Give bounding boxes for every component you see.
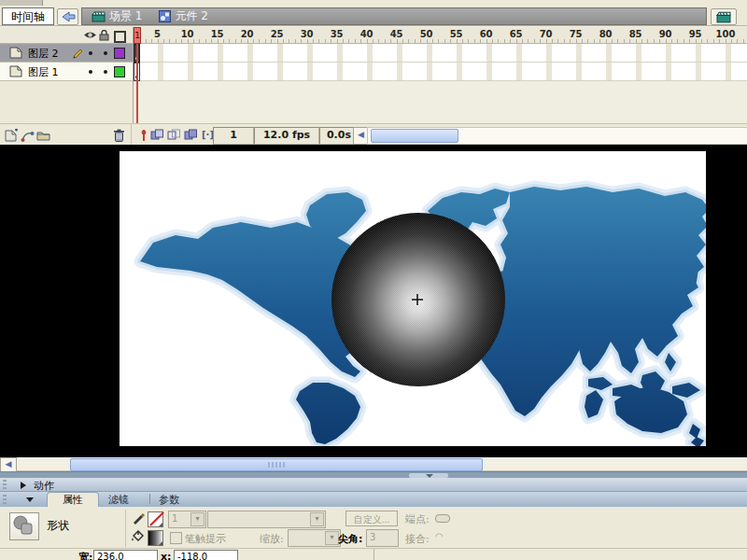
pasteboard[interactable] — [0, 145, 747, 457]
edit-multiple-frames-icon[interactable] — [183, 127, 199, 143]
scene-crumb[interactable]: 场景 1 — [92, 8, 142, 24]
shape-preview-icon — [9, 512, 39, 540]
ruler-number: 10 — [178, 29, 197, 39]
panel-splitter[interactable] — [0, 471, 747, 478]
x-input[interactable]: -118.0 — [174, 550, 238, 560]
layer-page-icon — [9, 47, 22, 62]
selected-gradient-sphere — [331, 213, 505, 386]
edit-bar: 场景 1 元件 2 — [81, 7, 707, 25]
top-strip — [0, 0, 747, 7]
layer-row-1[interactable]: 图层 1 — [0, 63, 134, 81]
onion-skin-outlines-icon[interactable] — [166, 127, 182, 143]
layer-name[interactable]: 图层 1 — [28, 65, 59, 79]
tab-separator — [149, 494, 150, 504]
width-input[interactable]: 236.0 — [93, 550, 158, 560]
join-style-icon[interactable]: ◠ — [435, 531, 444, 541]
layer-row-2[interactable]: 图层 2 — [0, 44, 134, 63]
stroke-hinting-label: 笔触提示 — [185, 532, 226, 546]
frame-area-empty — [134, 81, 747, 123]
stroke-style-select[interactable]: ▾ — [207, 511, 326, 528]
tab-parameters[interactable]: 参数 — [159, 493, 179, 507]
edit-scene-button[interactable] — [711, 8, 737, 25]
back-arrow-icon — [61, 11, 76, 22]
ruler-number: 90 — [656, 29, 675, 39]
stroke-height-select[interactable]: 1▾ — [168, 511, 206, 528]
frame-rate-field[interactable]: 12.0 fps — [254, 127, 319, 145]
insert-layer-icon[interactable] — [4, 127, 20, 143]
cap-style-icon[interactable] — [435, 514, 450, 523]
ruler-number: 85 — [627, 29, 645, 39]
scale-select[interactable]: ▾ — [288, 529, 341, 547]
ruler-number: 100 — [716, 29, 735, 39]
fill-color-swatch[interactable] — [148, 530, 163, 546]
scroll-left-arrow[interactable]: ◀ — [0, 457, 17, 472]
timeline-panel: 5101520253035404550556065707580859095100… — [0, 25, 747, 145]
layer-1-frames[interactable] — [134, 63, 747, 81]
symbol-icon — [159, 10, 171, 22]
stroke-hinting-checkbox[interactable] — [170, 532, 182, 544]
ruler-number: 80 — [597, 29, 615, 39]
layer-outline-swatch[interactable] — [114, 48, 125, 59]
layer-outline-swatch[interactable] — [114, 66, 125, 77]
expanded-arrow-icon[interactable] — [26, 497, 34, 502]
miter-input[interactable]: 3 — [366, 529, 399, 547]
selection-type-label: 形状 — [47, 518, 69, 534]
panel-grip — [3, 495, 7, 504]
timeline-toolbar: [·] 1 12.0 fps 0.0s ◀ — [0, 123, 747, 146]
actions-panel-header[interactable]: 动作 — [0, 478, 747, 492]
layer-visible-dot[interactable] — [89, 70, 92, 74]
collapsed-arrow-icon[interactable] — [21, 482, 26, 489]
layer-area-empty — [0, 81, 134, 123]
pencil-edit-icon — [71, 46, 84, 62]
stage-canvas[interactable] — [120, 151, 706, 446]
layer-lock-dot[interactable] — [104, 70, 107, 74]
x-label: x: — [161, 551, 172, 560]
playhead[interactable]: 1 — [134, 27, 141, 44]
stage-scrollbar-thumb[interactable] — [70, 458, 483, 471]
ruler-number: 15 — [208, 29, 227, 39]
outline-column-icon[interactable] — [114, 31, 126, 43]
symbol-crumb[interactable]: 元件 2 — [159, 8, 207, 24]
ruler-number: 35 — [328, 29, 346, 39]
playhead-line — [136, 44, 138, 123]
layer-2-frames[interactable] — [134, 44, 747, 63]
scene-label[interactable]: 场景 1 — [109, 8, 142, 24]
back-button[interactable] — [57, 8, 78, 25]
layer-page-icon — [9, 65, 22, 80]
divider — [374, 549, 374, 560]
layer-name[interactable]: 图层 2 — [28, 47, 59, 61]
timeline-panel-title-button[interactable]: 时间轴 — [2, 7, 54, 25]
tab-properties[interactable]: 属性 — [47, 492, 99, 508]
timeline-scrollbar[interactable] — [367, 127, 747, 145]
delete-layer-trash-icon[interactable] — [111, 127, 127, 143]
frame-ruler-ticks — [134, 39, 747, 43]
ruler-number: 30 — [298, 29, 317, 39]
layer-lock-dot[interactable] — [104, 51, 107, 55]
ruler-number: 5 — [148, 29, 167, 39]
add-motion-guide-icon[interactable] — [20, 127, 35, 143]
show-hide-eye-icon[interactable] — [83, 30, 97, 43]
ruler-number: 25 — [268, 29, 287, 39]
custom-stroke-button[interactable]: 自定义... — [345, 511, 398, 526]
insert-layer-folder-icon[interactable] — [35, 127, 51, 143]
symbol-label[interactable]: 元件 2 — [175, 8, 207, 24]
stage-horizontal-scrollbar[interactable]: ◀ — [0, 457, 747, 471]
timeline-scrollbar-thumb[interactable] — [371, 129, 458, 143]
layer-column-header — [0, 27, 134, 44]
layer-visible-dot[interactable] — [89, 51, 92, 55]
lock-icon[interactable] — [99, 30, 109, 44]
fill-bucket-icon — [131, 529, 145, 545]
actions-panel-title[interactable]: 动作 — [34, 479, 54, 493]
tab-filters[interactable]: 滤镜 — [108, 493, 129, 507]
current-frame-field[interactable]: 1 — [213, 127, 254, 145]
clapperboard-icon — [716, 11, 731, 23]
stroke-color-swatch[interactable] — [148, 511, 163, 527]
onion-skin-icon[interactable] — [149, 127, 165, 143]
join-label: 接合: — [405, 532, 430, 546]
toolbar-separator — [131, 124, 132, 147]
flash-application-window: 时间轴 场景 1 元件 2 — [0, 0, 747, 560]
miter-label: 尖角: — [338, 532, 362, 546]
width-label: 宽: — [78, 551, 92, 560]
ruler-number: 70 — [537, 29, 556, 39]
ruler-number: 20 — [238, 29, 257, 39]
